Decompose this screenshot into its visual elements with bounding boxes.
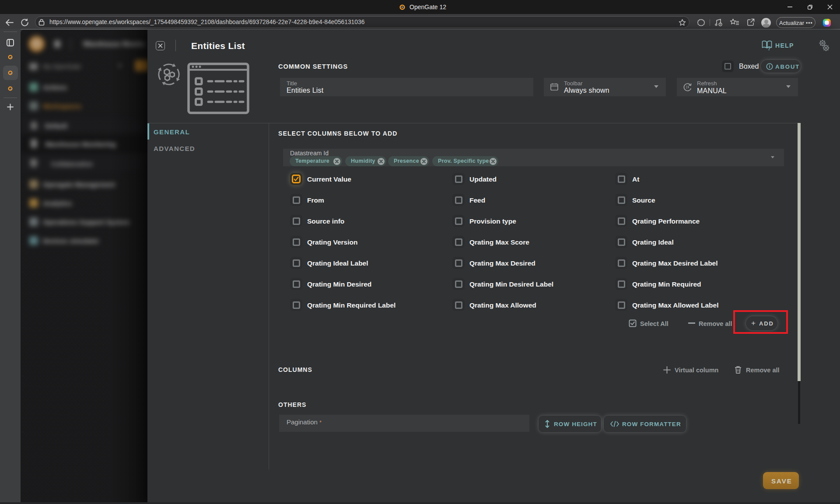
- svg-text:?: ?: [767, 46, 770, 51]
